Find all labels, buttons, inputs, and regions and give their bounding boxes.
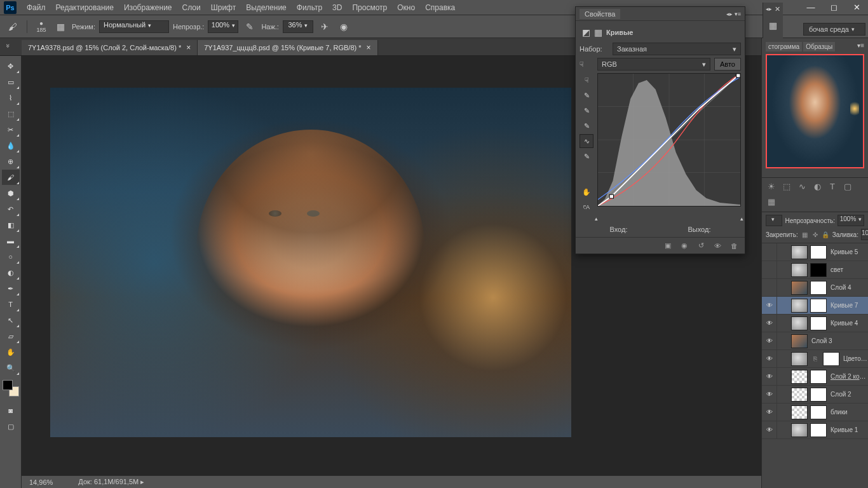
- gradient-tool[interactable]: ▬: [2, 233, 20, 248]
- foreground-color-swatch[interactable]: [3, 380, 13, 390]
- menu-image[interactable]: Изображение: [119, 3, 177, 12]
- layer-mask-thumb[interactable]: [810, 423, 827, 437]
- document-tab-2[interactable]: 7Y1A937_цццц8.psd @ 15% (Кривые 7, RGB/8…: [198, 40, 377, 55]
- history-brush-tool[interactable]: ↶: [2, 201, 20, 217]
- layer-thumb[interactable]: [791, 370, 808, 384]
- lock-pixels-icon[interactable]: ▦: [801, 230, 810, 239]
- edit-points-icon[interactable]: ∿: [580, 134, 593, 148]
- draw-curve-icon[interactable]: ✎: [580, 149, 593, 163]
- menu-file[interactable]: Файл: [22, 3, 51, 12]
- menu-edit[interactable]: Редактирование: [51, 3, 119, 12]
- clip-to-layer-icon[interactable]: ▣: [662, 240, 674, 252]
- history-panel-icon[interactable]: ▦: [766, 18, 781, 33]
- layer-visibility-toggle[interactable]: [762, 243, 777, 261]
- layer-visibility-toggle[interactable]: [762, 279, 777, 296]
- brush-tool-icon[interactable]: 🖌: [5, 19, 20, 34]
- type-tool[interactable]: T: [2, 297, 20, 312]
- brightness-icon[interactable]: ☀: [766, 180, 777, 192]
- layer-row[interactable]: свет: [762, 261, 868, 279]
- layer-thumb[interactable]: [791, 388, 808, 402]
- layer-row[interactable]: 👁 блики: [762, 403, 868, 421]
- blend-mode-select[interactable]: Нормальный: [99, 20, 169, 33]
- on-image-tool[interactable]: ☟: [580, 73, 593, 87]
- layer-name[interactable]: блики: [828, 409, 868, 416]
- airbrush-icon[interactable]: ✈: [317, 19, 332, 34]
- layer-opacity-input[interactable]: 100%: [837, 215, 864, 226]
- delete-adj-icon[interactable]: 🗑: [728, 240, 740, 252]
- panel-header[interactable]: Свойства ◂▸ ▾≡: [576, 7, 745, 21]
- layer-thumb[interactable]: [791, 245, 808, 259]
- healing-tool[interactable]: ⊕: [2, 154, 20, 169]
- lasso-tool[interactable]: ⌇: [2, 90, 20, 105]
- quick-select-tool[interactable]: ⬚: [2, 106, 20, 121]
- brush-preset-picker[interactable]: ● 185: [34, 19, 49, 34]
- mask-icon[interactable]: ▦: [594, 27, 602, 37]
- layer-mask-thumb[interactable]: [810, 370, 827, 384]
- layer-visibility-toggle[interactable]: 👁: [762, 421, 777, 438]
- layer-name[interactable]: Кривые 1: [828, 426, 868, 433]
- shape-tool[interactable]: ▱: [2, 329, 20, 344]
- layer-name[interactable]: Цветовой тон/Насыщенность 1 ко...: [841, 355, 868, 362]
- panel-collapse-icon[interactable]: ◂▸ ▾≡: [726, 11, 741, 17]
- more-icon[interactable]: ▦: [766, 196, 777, 207]
- histogram-tab[interactable]: стограмма: [766, 42, 802, 51]
- white-sampler-icon[interactable]: ✎: [580, 88, 593, 102]
- text-tool-icon[interactable]: ᱖A: [580, 200, 593, 214]
- layer-thumb[interactable]: [791, 316, 808, 330]
- layer-name[interactable]: Кривые 7: [828, 302, 868, 309]
- layer-visibility-toggle[interactable]: 👁: [762, 403, 777, 421]
- curves-graph[interactable]: [597, 73, 741, 207]
- fill-input[interactable]: 100%: [861, 229, 868, 240]
- layer-thumb[interactable]: [791, 423, 808, 437]
- layer-row[interactable]: 👁 Кривые 7: [762, 297, 868, 315]
- brush-panel-toggle[interactable]: ▦: [53, 19, 68, 34]
- pressure-size-icon[interactable]: ◉: [336, 19, 351, 34]
- layer-visibility-toggle[interactable]: 👁: [762, 386, 777, 403]
- exposure-icon[interactable]: ◐: [811, 180, 823, 192]
- brush-tool[interactable]: 🖌: [2, 170, 20, 185]
- layer-visibility-toggle[interactable]: [762, 261, 777, 278]
- hand-icon[interactable]: ✋: [580, 185, 593, 199]
- layer-name[interactable]: Кривые 4: [828, 320, 868, 327]
- preset-select[interactable]: Заказная▾: [613, 43, 741, 55]
- layer-row[interactable]: 👁 Кривые 4: [762, 315, 868, 332]
- stamp-tool[interactable]: ⬢: [2, 186, 20, 201]
- layer-row[interactable]: 👁 ⎘ Цветовой тон/Насыщенность 1 ко...: [762, 350, 868, 368]
- navigator-preview[interactable]: [766, 54, 864, 168]
- link-icon[interactable]: ⎘: [809, 350, 822, 367]
- layer-mask-thumb[interactable]: [810, 281, 827, 295]
- type-icon[interactable]: T: [827, 180, 838, 192]
- layer-visibility-toggle[interactable]: 👁: [762, 332, 777, 349]
- document-tab-1[interactable]: 7Y1A9378.psd @ 15% (Слой 2, Слой-маска/8…: [22, 40, 198, 55]
- crop-tool[interactable]: ✂: [2, 122, 20, 137]
- layer-mask-thumb[interactable]: [810, 263, 827, 277]
- close-tab-icon[interactable]: ×: [367, 43, 371, 52]
- move-tool[interactable]: ✥: [2, 58, 20, 74]
- eraser-tool[interactable]: ◧: [2, 217, 20, 233]
- close-tab-icon[interactable]: ×: [186, 43, 191, 52]
- finger-tool-icon[interactable]: ☟: [580, 60, 593, 69]
- dodge-tool[interactable]: ◐: [2, 265, 20, 280]
- window-minimize-button[interactable]: —: [799, 0, 822, 14]
- window-maximize-button[interactable]: ◻: [822, 0, 845, 14]
- lock-all-icon[interactable]: 🔒: [821, 230, 830, 239]
- layer-thumb[interactable]: [791, 263, 808, 277]
- auto-button[interactable]: Авто: [714, 58, 741, 71]
- zoom-level[interactable]: 14,96%: [29, 478, 53, 486]
- workspace-select[interactable]: бочая среда: [803, 23, 865, 36]
- layer-thumb[interactable]: [791, 281, 808, 295]
- gray-sampler-icon[interactable]: ✎: [580, 104, 593, 118]
- menu-3d[interactable]: 3D: [327, 3, 347, 12]
- layer-row[interactable]: Кривые 5: [762, 243, 868, 261]
- layer-name[interactable]: Слой 2: [828, 391, 868, 398]
- channel-select[interactable]: RGB▾: [597, 58, 710, 71]
- pen-tool[interactable]: ✒: [2, 281, 20, 296]
- color-swatches[interactable]: [3, 380, 19, 396]
- layer-row[interactable]: 👁 Слой 3: [762, 332, 868, 350]
- blur-tool[interactable]: ○: [2, 249, 20, 264]
- doc-size[interactable]: Док: 61,1M/691,5M ▸: [78, 478, 144, 486]
- layer-thumb[interactable]: [791, 352, 808, 366]
- screenmode-toggle[interactable]: ▢: [2, 419, 20, 434]
- layer-mask-thumb[interactable]: [810, 316, 827, 330]
- curves-icon[interactable]: ∿: [796, 180, 808, 192]
